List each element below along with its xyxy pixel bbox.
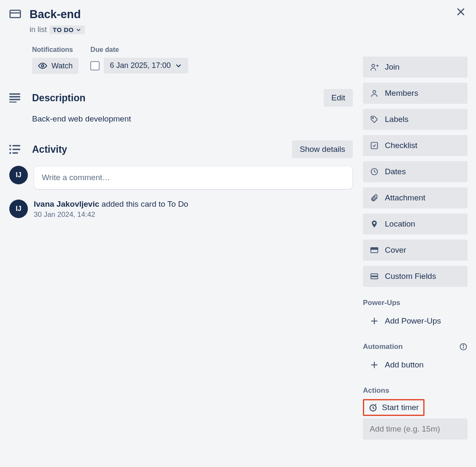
svg-rect-23 [371,248,378,249]
add-powerups-label: Add Power-Ups [385,316,441,326]
powerups-heading: Power-Ups [363,299,468,307]
start-timer-button[interactable]: Start timer [366,401,422,414]
start-timer-highlight: Start timer [363,399,425,416]
add-button-label: Add button [385,360,424,370]
user-icon [370,89,379,97]
activity-date[interactable]: 30 Jan 2024, 14:42 [34,211,353,219]
activity-item: IJ Ivana Jakovljevic added this card to … [9,200,353,219]
avatar: IJ [9,200,28,218]
watch-button[interactable]: Watch [32,58,78,74]
location-icon [370,220,379,228]
svg-point-30 [463,345,464,346]
description-icon [9,93,32,103]
join-button[interactable]: Join [363,57,468,78]
svg-rect-24 [371,274,378,276]
due-date-button[interactable]: 6 Jan 2025, 17:00 [104,58,188,73]
attachment-button[interactable]: Attachment [363,187,468,208]
timer-icon [368,403,378,412]
attachment-label: Attachment [385,193,425,202]
svg-rect-12 [13,149,20,150]
svg-rect-20 [371,143,378,149]
svg-rect-7 [9,99,20,100]
user-plus-icon [370,63,379,71]
add-time-input[interactable] [363,418,468,440]
fields-icon [370,272,379,281]
due-date-checkbox[interactable] [90,61,100,70]
due-date-text: 6 Jan 2025, 17:00 [110,61,170,70]
plus-icon [370,317,379,325]
description-heading: Description [32,92,324,104]
svg-point-13 [9,152,11,154]
avatar: IJ [9,166,28,184]
list-name-text: TO DO [53,26,74,33]
cover-label: Cover [385,246,406,255]
cover-icon [370,246,379,254]
labels-label: Labels [385,115,408,124]
svg-point-4 [41,65,44,67]
chevron-down-icon [76,27,81,33]
svg-rect-5 [9,94,20,95]
svg-point-18 [373,90,376,93]
checklist-label: Checklist [385,141,417,150]
paperclip-icon [370,194,379,202]
list-badge[interactable]: TO DO [49,25,85,34]
notifications-label: Notifications [32,46,78,54]
activity-action: added this card to To Do [102,200,189,208]
members-label: Members [385,89,418,98]
plus-icon [370,361,379,369]
activity-author[interactable]: Ivana Jakovljevic [34,200,99,208]
actions-heading: Actions [363,386,468,395]
checklist-button[interactable]: Checklist [363,135,468,156]
svg-rect-10 [13,145,20,146]
eye-icon [38,61,47,70]
cover-button[interactable]: Cover [363,240,468,261]
dates-button[interactable]: Dates [363,161,468,182]
close-button[interactable] [452,3,469,20]
activity-heading: Activity [32,144,292,155]
card-title[interactable]: Back-end [30,8,353,21]
svg-point-9 [9,145,11,147]
dates-label: Dates [385,167,406,176]
add-powerups-button[interactable]: Add Power-Ups [363,311,468,331]
start-timer-label: Start timer [382,403,419,412]
edit-description-button[interactable]: Edit [324,89,353,107]
card-icon [9,8,21,19]
custom-fields-button[interactable]: Custom Fields [363,266,468,287]
watch-label-text: Watch [51,62,73,70]
add-button-button[interactable]: Add button [363,355,468,375]
checklist-icon [370,141,379,150]
svg-point-15 [372,64,375,67]
svg-rect-6 [9,96,20,97]
svg-rect-2 [10,10,21,18]
info-icon[interactable] [459,343,468,351]
svg-rect-8 [9,102,16,103]
description-text[interactable]: Back-end web development [32,114,353,124]
labels-button[interactable]: Labels [363,109,468,130]
svg-point-11 [9,148,11,150]
in-list-label: in list [30,25,47,34]
svg-rect-14 [13,152,18,154]
comment-input[interactable]: Write a comment… [34,166,353,189]
automation-heading: Automation [363,343,468,351]
activity-icon [9,145,32,154]
custom-fields-label: Custom Fields [385,272,436,281]
svg-point-19 [372,117,373,119]
location-button[interactable]: Location [363,213,468,235]
members-button[interactable]: Members [363,83,468,104]
clock-icon [370,167,379,176]
due-date-label: Due date [90,46,188,54]
join-label: Join [385,62,400,72]
chevron-down-icon [175,62,182,70]
svg-rect-25 [371,277,378,279]
location-label: Location [385,219,415,229]
tag-icon [370,115,379,124]
show-details-button[interactable]: Show details [292,140,353,158]
close-icon [456,7,466,17]
